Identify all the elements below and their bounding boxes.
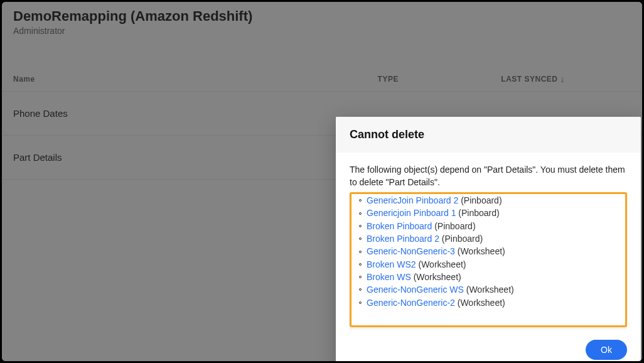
list-item: Broken WS2 (Worksheet) [359,258,624,271]
dependency-highlight-box: GenericJoin Pinboard 2 (Pinboard)Generic… [350,192,627,327]
list-item: Broken Pinboard (Pinboard) [359,220,624,232]
bullet-icon [359,199,362,202]
modal-message: The following object(s) depend on "Part … [350,164,627,188]
modal-footer: Ok [336,333,641,361]
dependency-type: (Worksheet) [464,284,514,295]
bullet-icon [359,251,362,253]
bullet-icon [359,276,362,278]
dependency-link[interactable]: Broken WS [367,272,411,282]
modal-body: The following object(s) depend on "Part … [336,153,641,333]
dependency-type: (Worksheet) [416,259,466,269]
list-item: Genericjoin Pinboard 1 (Pinboard) [359,207,624,219]
list-item: Generic-NonGeneric WS (Worksheet) [359,283,624,296]
bullet-icon [359,225,362,227]
list-item: Broken WS (Worksheet) [359,271,624,283]
bullet-icon [359,288,362,291]
bullet-icon [359,237,362,240]
dependency-link[interactable]: Broken Pinboard 2 [367,234,439,244]
dependency-list: GenericJoin Pinboard 2 (Pinboard)Generic… [353,194,624,309]
dependency-type: (Worksheet) [411,272,461,282]
bullet-icon [359,212,362,215]
ok-button[interactable]: Ok [586,340,627,360]
dependency-link[interactable]: GenericJoin Pinboard 2 [367,195,458,205]
dependency-type: (Pinboard) [439,234,483,244]
modal-title: Cannot delete [336,117,641,153]
page-container: DemoRemapping (Amazon Redshift) Administ… [2,2,642,361]
dependency-link[interactable]: Genericjoin Pinboard 1 [367,208,456,218]
cannot-delete-modal: Cannot delete The following object(s) de… [336,117,641,361]
dependency-link[interactable]: Generic-NonGeneric WS [367,284,464,295]
dependency-type: (Pinboard) [432,221,475,231]
dependency-link[interactable]: Broken WS2 [367,259,416,269]
bullet-icon [359,301,362,304]
dependency-link[interactable]: Broken Pinboard [367,221,432,231]
dependency-type: (Worksheet) [455,246,505,256]
dependency-type: (Pinboard) [458,195,502,205]
list-item: Broken Pinboard 2 (Pinboard) [359,232,624,245]
dependency-type: (Worksheet) [455,298,505,308]
dependency-type: (Pinboard) [456,208,499,218]
dependency-link[interactable]: Generic-NonGeneric-2 [367,298,455,308]
list-item: Generic-NonGeneric-2 (Worksheet) [359,296,624,309]
dependency-link[interactable]: Generic-NonGeneric-3 [367,246,455,256]
bullet-icon [359,263,362,266]
list-item: Generic-NonGeneric-3 (Worksheet) [359,245,624,257]
list-item: GenericJoin Pinboard 2 (Pinboard) [359,194,624,207]
